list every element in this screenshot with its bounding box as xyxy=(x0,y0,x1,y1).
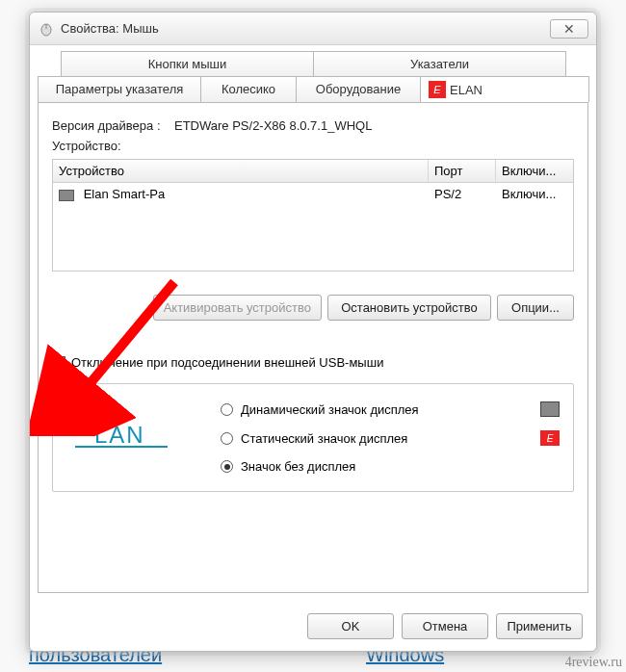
radio-static-label: Статический значок дисплея xyxy=(241,431,407,446)
tray-icon-radios: Динамический значок дисплея Статический … xyxy=(221,401,560,474)
col-device-header[interactable]: Устройство xyxy=(53,160,429,182)
activate-device-button: Активировать устройство xyxy=(153,295,322,321)
tab-wheel[interactable]: Колесико xyxy=(200,76,297,102)
col-port-header[interactable]: Порт xyxy=(429,160,496,182)
elan-panel: Версия драйвера : ETDWare PS/2-X86 8.0.7… xyxy=(38,102,588,593)
window-title: Свойства: Мышь xyxy=(61,21,550,36)
table-row[interactable]: Elan Smart-Pa PS/2 Включи... xyxy=(53,183,573,205)
radio-none-row[interactable]: Значок без дисплея xyxy=(221,459,560,474)
watermark: 4review.ru xyxy=(565,655,622,670)
row-device-name: Elan Smart-Pa xyxy=(84,187,166,201)
disable-on-usb-row[interactable]: ✔ Отключение при подсоединении внешней U… xyxy=(52,355,574,370)
display-icon xyxy=(540,401,560,417)
radio-static-row[interactable]: Статический значок дисплея E xyxy=(221,430,560,446)
device-table-header: Устройство Порт Включи... xyxy=(53,160,573,183)
stop-device-button[interactable]: Остановить устройство xyxy=(327,295,491,321)
elan-small-icon: E xyxy=(540,430,560,446)
close-icon: ✕ xyxy=(563,21,575,37)
table-empty-area xyxy=(53,205,573,271)
col-enabled-header[interactable]: Включи... xyxy=(496,160,573,182)
radio-none-label: Значок без дисплея xyxy=(241,459,355,474)
ok-button[interactable]: OK xyxy=(307,613,394,639)
close-button[interactable]: ✕ xyxy=(550,19,588,39)
device-buttons-row: Активировать устройство Остановить устро… xyxy=(52,295,574,321)
tabs-row-2: Параметры указателя Колесико Оборудовани… xyxy=(38,76,588,102)
row-enabled-cell: Включи... xyxy=(496,183,573,205)
row-device-cell: Elan Smart-Pa xyxy=(53,183,429,205)
tab-elan[interactable]: E ELAN xyxy=(420,76,589,102)
disable-on-usb-checkbox[interactable]: ✔ xyxy=(52,356,65,370)
svg-text:LAN: LAN xyxy=(94,422,145,448)
radio-dynamic[interactable] xyxy=(221,403,233,416)
touchpad-icon xyxy=(59,190,74,201)
device-label: Устройство: xyxy=(52,139,574,153)
tab-hardware[interactable]: Оборудование xyxy=(296,76,421,102)
driver-version-label: Версия драйвера : xyxy=(52,118,161,133)
options-button[interactable]: Опции... xyxy=(497,295,574,321)
device-table: Устройство Порт Включи... Elan Smart-Pa … xyxy=(52,159,574,271)
driver-version-value: ETDWare PS/2-X86 8.0.7.1_WHQL xyxy=(174,118,372,133)
tab-elan-label: ELAN xyxy=(450,83,483,97)
elan-logo: E LAN xyxy=(66,401,192,459)
mouse-properties-window: Свойства: Мышь ✕ Кнопки мыши Указатели П… xyxy=(29,12,597,652)
tabs-row-1: Кнопки мыши Указатели xyxy=(61,51,565,76)
tab-buttons[interactable]: Кнопки мыши xyxy=(61,51,314,76)
titlebar: Свойства: Мышь ✕ xyxy=(30,13,596,45)
radio-dynamic-label: Динамический значок дисплея xyxy=(241,402,419,417)
radio-dynamic-row[interactable]: Динамический значок дисплея xyxy=(221,401,560,417)
disable-on-usb-label: Отключение при подсоединении внешней USB… xyxy=(71,355,383,370)
tab-pointers[interactable]: Указатели xyxy=(313,51,566,76)
radio-static[interactable] xyxy=(221,432,233,445)
tab-pointer-options[interactable]: Параметры указателя xyxy=(38,76,201,102)
svg-text:E: E xyxy=(74,411,91,439)
cancel-button[interactable]: Отмена xyxy=(402,613,488,639)
tray-icon-group: E LAN Динамический значок дисплея Статич… xyxy=(52,383,574,492)
dialog-buttons: OK Отмена Применить xyxy=(307,613,583,639)
elan-icon: E xyxy=(429,81,446,98)
content-area: Кнопки мыши Указатели Параметры указател… xyxy=(30,45,596,601)
mouse-icon xyxy=(38,20,55,38)
row-port-cell: PS/2 xyxy=(429,183,496,205)
apply-button[interactable]: Применить xyxy=(496,613,583,639)
radio-none[interactable] xyxy=(221,460,233,473)
driver-version-row: Версия драйвера : ETDWare PS/2-X86 8.0.7… xyxy=(52,118,574,133)
